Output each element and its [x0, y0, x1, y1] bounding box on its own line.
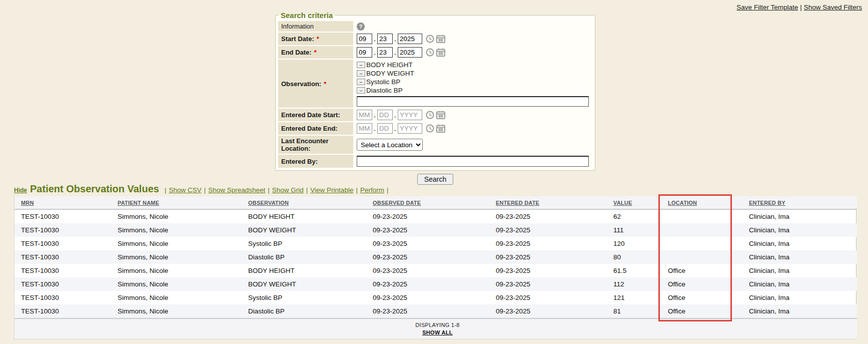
entered-start-year-input[interactable] [398, 110, 422, 120]
sort-observed-date-header[interactable]: OBSERVED DATE [373, 200, 421, 206]
location-select[interactable]: Select a Location [357, 139, 423, 151]
start-date-row: Start Date:* - - [278, 33, 592, 45]
show-all-link[interactable]: SHOW ALL [422, 329, 453, 335]
sort-entered-date-header[interactable]: ENTERED DATE [496, 200, 539, 206]
entered-by-input[interactable] [357, 156, 589, 167]
entered-end-year-input[interactable] [398, 123, 422, 134]
observation-item-label: BODY HEIGHT [366, 61, 413, 69]
clock-icon[interactable] [426, 111, 434, 119]
calendar-icon[interactable] [436, 124, 445, 133]
results-title: Patient Observation Values [30, 183, 159, 195]
observed-date-cell: 09-23-2025 [370, 209, 493, 223]
help-icon[interactable]: ? [357, 23, 365, 31]
show-csv-link[interactable]: Show CSV [169, 186, 201, 194]
entered-start-day-input[interactable] [377, 110, 393, 120]
value-cell: 111 [610, 223, 665, 237]
observation-item: – Systolic BP [357, 78, 400, 86]
mrn-cell: TEST-10030 [15, 223, 115, 237]
location-cell: Office [665, 291, 746, 304]
show-grid-link[interactable]: Show Grid [272, 186, 304, 194]
sort-patient-name-header[interactable]: PATIENT NAME [118, 200, 159, 206]
value-cell: 112 [610, 277, 665, 291]
entered-by-cell: Clinician, Ima [746, 209, 857, 223]
observation-cell: Diastolic BP [245, 250, 370, 264]
sort-value-header[interactable]: VALUE [613, 200, 632, 206]
search-criteria-fieldset: Search criteria Information ? Start Date… [275, 11, 595, 171]
show-saved-filters-link[interactable]: Show Saved Filters [804, 4, 862, 11]
date-separator: - [374, 51, 376, 58]
entered-date-start-label: Entered Date Start: [278, 109, 353, 121]
observation-item-label: BODY WEIGHT [366, 69, 414, 78]
remove-observation-button[interactable]: – [357, 62, 365, 68]
start-date-month-input[interactable] [357, 34, 372, 44]
observation-cell: BODY HEIGHT [245, 264, 370, 277]
value-cell: 120 [610, 237, 665, 250]
observation-item: – BODY HEIGHT [357, 61, 413, 69]
required-marker: * [317, 35, 319, 43]
start-date-day-input[interactable] [377, 34, 393, 44]
observed-date-cell: 09-23-2025 [370, 250, 493, 264]
end-date-day-input[interactable] [377, 47, 393, 58]
search-criteria-panel: Search criteria Information ? Start Date… [275, 11, 595, 185]
value-cell: 61.5 [610, 264, 665, 277]
table-header-row: MRN PATIENT NAME OBSERVATION OBSERVED DA… [15, 196, 857, 209]
value-cell: 81 [610, 304, 665, 318]
observation-item-label: Diastolic BP [366, 86, 403, 95]
clock-icon[interactable] [426, 124, 434, 133]
observation-cell: Diastolic BP [245, 304, 370, 318]
observation-cell: BODY WEIGHT [245, 223, 370, 237]
sort-location-header[interactable]: LOCATION [668, 200, 697, 206]
sort-entered-by-header[interactable]: ENTERED BY [749, 200, 785, 206]
date-separator: - [374, 37, 376, 44]
separator: | [268, 186, 270, 194]
search-button[interactable]: Search [417, 174, 453, 185]
calendar-icon[interactable] [436, 35, 445, 43]
entered-end-day-input[interactable] [377, 123, 393, 134]
patient-name-cell: Simmons, Nicole [115, 304, 245, 318]
mrn-cell: TEST-10030 [15, 304, 115, 318]
clock-icon[interactable] [426, 35, 434, 43]
mrn-cell: TEST-10030 [15, 209, 115, 223]
entered-start-month-input[interactable] [357, 110, 372, 120]
end-date-label: End Date: [281, 49, 312, 56]
sort-mrn-header[interactable]: MRN [21, 200, 34, 206]
patient-name-cell: Simmons, Nicole [115, 291, 245, 304]
start-date-label: Start Date: [281, 35, 314, 43]
observation-results-table: MRN PATIENT NAME OBSERVATION OBSERVED DA… [14, 196, 856, 339]
value-cell: 121 [610, 291, 665, 304]
end-date-year-input[interactable] [398, 47, 422, 58]
entered-by-cell: Clinician, Ima [746, 250, 857, 264]
observed-date-cell: 09-23-2025 [370, 223, 493, 237]
calendar-icon[interactable] [436, 111, 445, 119]
table-footer-row: DISPLAYING 1-8 SHOW ALL [15, 318, 857, 339]
patient-name-cell: Simmons, Nicole [115, 223, 245, 237]
perform-link[interactable]: Perform [360, 186, 384, 194]
entered-by-row: Entered By: [278, 155, 592, 168]
save-filter-template-link[interactable]: Save Filter Template [736, 4, 798, 11]
entered-by-cell: Clinician, Ima [746, 277, 857, 291]
show-spreadsheet-link[interactable]: Show Spreadsheet [208, 186, 265, 194]
remove-observation-button[interactable]: – [357, 87, 365, 94]
entered-end-month-input[interactable] [357, 123, 372, 134]
sort-observation-header[interactable]: OBSERVATION [248, 200, 289, 206]
observation-search-input[interactable] [357, 96, 589, 107]
location-cell [665, 209, 746, 223]
mrn-cell: TEST-10030 [15, 237, 115, 250]
table-row: TEST-10030 Simmons, Nicole Diastolic BP … [15, 250, 857, 264]
remove-observation-button[interactable]: – [357, 70, 365, 77]
hide-link[interactable]: Hide [14, 187, 27, 194]
observed-date-cell: 09-23-2025 [370, 291, 493, 304]
last-encounter-location-label: Last Encounter Location: [278, 136, 353, 154]
date-separator: - [394, 37, 396, 44]
separator: | [204, 186, 206, 194]
observation-cell: Systolic BP [245, 237, 370, 250]
patient-name-cell: Simmons, Nicole [115, 209, 245, 223]
calendar-icon[interactable] [436, 48, 445, 57]
clock-icon[interactable] [426, 48, 434, 57]
end-date-month-input[interactable] [357, 47, 372, 58]
start-date-year-input[interactable] [398, 34, 422, 44]
remove-observation-button[interactable]: – [357, 79, 365, 85]
location-cell: Office [665, 277, 746, 291]
separator: | [306, 186, 308, 194]
view-printable-link[interactable]: View Printable [310, 186, 353, 194]
